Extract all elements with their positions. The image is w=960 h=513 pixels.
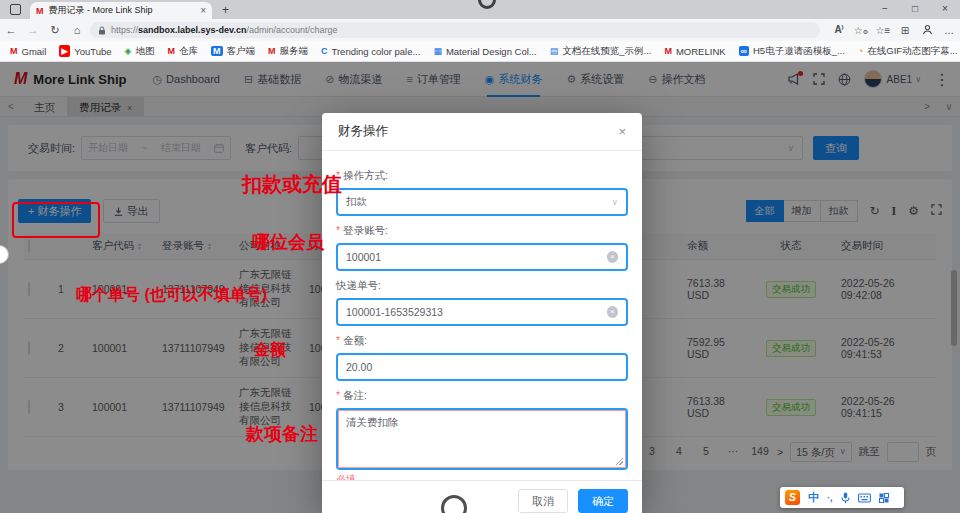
url-host: sandbox.label.sys-dev.cn xyxy=(138,25,246,35)
close-button[interactable]: × xyxy=(930,0,960,19)
bookmark-material-design[interactable]: ▦Material Design Col... xyxy=(433,46,536,57)
profile-icon[interactable] xyxy=(916,24,938,37)
toolbox-grid-icon[interactable] xyxy=(879,493,889,503)
modal-header: 财务操作 × xyxy=(322,113,642,151)
remark-label: *备注: xyxy=(336,389,628,403)
annotation-remark: 款项备注 xyxy=(246,422,318,446)
doc-icon: ▤ xyxy=(550,46,559,56)
maps-icon: ◈ xyxy=(125,46,132,56)
window-icon xyxy=(10,4,21,15)
favorite-star-icon[interactable]: ☆⚙ xyxy=(850,25,872,36)
refresh-icon[interactable]: ↻ xyxy=(44,24,66,37)
more-menu-icon[interactable]: … xyxy=(938,25,960,36)
material-icon: ▦ xyxy=(433,46,442,56)
browser-tab[interactable]: M 费用记录 - More Link Ship × xyxy=(30,2,212,19)
modal-footer: 取消 确定 xyxy=(322,480,642,513)
read-aloud-icon[interactable]: A) xyxy=(828,24,850,35)
gmail-icon: M xyxy=(10,46,18,56)
modal-title: 财务操作 xyxy=(338,123,388,140)
h5-icon: ∞ xyxy=(739,46,749,56)
bookmark-h5-template[interactable]: ∞H5电子邀请函模板_... xyxy=(739,45,845,58)
home-icon[interactable]: ⌂ xyxy=(66,24,88,36)
minimize-button[interactable]: − xyxy=(870,0,900,19)
bookmark-doc-preview[interactable]: ▤文档在线预览_示例... xyxy=(550,45,652,58)
browser-tab-title: 费用记录 - More Link Ship xyxy=(49,4,197,17)
bookmark-server[interactable]: M服务端 xyxy=(268,45,308,58)
bookmark-gif[interactable]: ◔在线GIF动态图字幕... xyxy=(858,45,958,58)
op-type-label: *操作方式: xyxy=(336,169,628,183)
annotation-amount: 金额 xyxy=(254,340,286,361)
forward-icon[interactable]: → xyxy=(22,24,44,36)
remark-field: 清关费扣除 xyxy=(336,408,628,470)
browser-action-icons: A) ☆⚙ ☆≡ ⊞ … xyxy=(828,24,960,37)
url-scheme: https:// xyxy=(111,25,138,35)
morelink-favicon: M xyxy=(36,6,44,16)
remark-textarea[interactable]: 清关费扣除 xyxy=(338,410,626,468)
tab-close-icon[interactable]: × xyxy=(200,5,206,16)
bookmark-youtube[interactable]: ▶YouTube xyxy=(59,45,111,57)
annotation-order-no: 哪个单号 (也可以不填单号) xyxy=(76,285,267,306)
maximize-button[interactable]: □ xyxy=(900,0,930,19)
c-icon: C xyxy=(321,46,328,56)
back-icon[interactable]: ← xyxy=(0,24,22,36)
address-bar[interactable]: https://sandbox.label.sys-dev.cn/admin/a… xyxy=(90,22,820,38)
morelink-icon: M xyxy=(268,46,276,56)
collections-icon[interactable]: ⊞ xyxy=(894,25,916,36)
bookmark-maps[interactable]: ◈地图 xyxy=(125,45,155,58)
clear-icon[interactable]: × xyxy=(607,306,619,318)
bookmark-client[interactable]: M客户端 xyxy=(211,45,255,58)
new-tab-button[interactable]: + xyxy=(222,3,229,17)
login-account-label: *登录账号: xyxy=(336,224,628,238)
modal-close-icon[interactable]: × xyxy=(618,124,626,139)
login-account-input[interactable] xyxy=(346,251,607,263)
bookmark-morelink[interactable]: MMORELINK xyxy=(664,46,725,57)
bookmark-warehouse[interactable]: M仓库 xyxy=(168,45,199,58)
op-type-select[interactable]: 扣款 ∨ xyxy=(336,188,628,216)
punctuation-icon[interactable]: ·, xyxy=(827,493,833,503)
url-path: /admin/account/charge xyxy=(246,25,337,35)
amount-field xyxy=(336,353,628,381)
bookmark-gmail[interactable]: MGmail xyxy=(10,46,46,57)
m-blue-icon: M xyxy=(211,46,223,56)
modal-body: *操作方式: 扣款 ∨ *登录账号: × 快递单号: × *金额: *备注: 清… xyxy=(322,151,642,487)
morelink-icon: M xyxy=(664,46,672,56)
ime-mode[interactable]: 中 xyxy=(808,490,819,505)
tracking-no-field: × xyxy=(336,298,628,326)
gif-icon: ◔ xyxy=(858,46,863,56)
bookmarks-bar: MGmail ▶YouTube ◈地图 M仓库 M客户端 M服务端 CTrend… xyxy=(0,41,960,62)
bookmark-trending-colors[interactable]: CTrending color pale... xyxy=(321,46,420,57)
favorites-bar-icon[interactable]: ☆≡ xyxy=(872,25,894,36)
window-controls: − □ × xyxy=(870,0,960,19)
keyboard-icon[interactable] xyxy=(858,493,871,503)
chevron-down-icon: ∨ xyxy=(611,197,618,207)
screen: M 费用记录 - More Link Ship × + − □ × ← → ↻ … xyxy=(0,0,960,513)
resize-handle[interactable] xyxy=(616,458,623,465)
clear-icon[interactable]: × xyxy=(607,251,619,263)
annotation-box-finance-button xyxy=(12,202,100,238)
finance-operation-modal: 财务操作 × *操作方式: 扣款 ∨ *登录账号: × 快递单号: × *金额: xyxy=(322,113,642,513)
lock-icon xyxy=(98,26,106,35)
cancel-button[interactable]: 取消 xyxy=(518,489,568,513)
annotation-op-type: 扣款或充值 xyxy=(242,171,342,198)
tracking-no-label: 快递单号: xyxy=(336,279,628,293)
morelink-icon: M xyxy=(168,46,176,56)
annotation-member: 哪位会员 xyxy=(252,230,324,254)
tracking-no-input[interactable] xyxy=(346,306,607,318)
login-account-field: × xyxy=(336,243,628,271)
mic-icon[interactable] xyxy=(841,492,850,504)
amount-input[interactable] xyxy=(346,361,618,373)
ime-toolbar: S 中 ·, xyxy=(780,487,904,508)
youtube-icon: ▶ xyxy=(59,45,70,57)
sogou-logo-icon[interactable]: S xyxy=(785,490,800,505)
confirm-button[interactable]: 确定 xyxy=(578,489,628,513)
browser-toolbar: ← → ↻ ⌂ https://sandbox.label.sys-dev.cn… xyxy=(0,19,960,41)
amount-label: *金额: xyxy=(336,334,628,348)
